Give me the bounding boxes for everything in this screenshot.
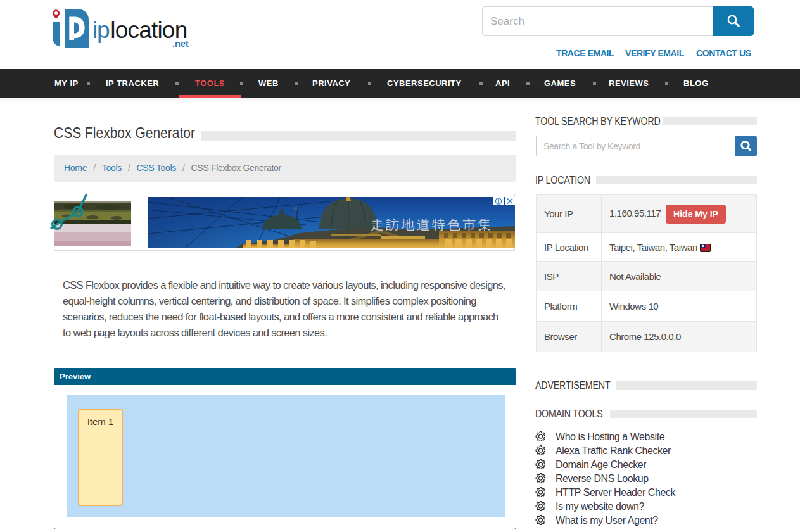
svg-text:ip: ip bbox=[92, 17, 110, 43]
svg-text:.net: .net bbox=[172, 39, 189, 49]
svg-text:走訪地道特色市集: 走訪地道特色市集 bbox=[371, 217, 493, 232]
